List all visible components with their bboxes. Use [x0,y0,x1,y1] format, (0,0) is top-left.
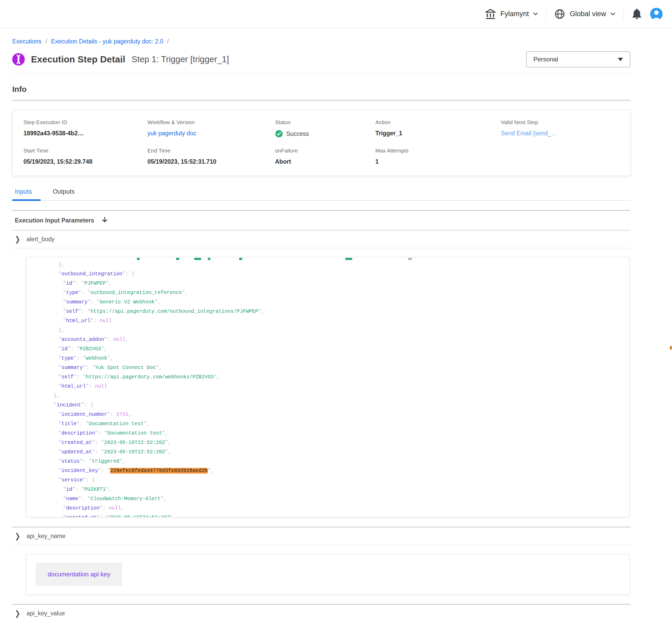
param-name: api_key_value [26,610,65,617]
info-field: Start Time05/19/2023, 15:52:29.748 [23,147,148,165]
tab-outputs[interactable]: Outputs [50,188,83,201]
page-title-row: Execution Step Detail Step 1: Trigger [t… [12,51,630,68]
field-value: Abort [275,158,375,165]
tab-bar: InputsOutputs [12,188,630,201]
info-field: Step Execution ID18992a43-9538-4b2… [23,119,148,138]
info-field: End Time05/19/2023, 15:52:31.710 [148,147,275,165]
code-line: "self": "https://api.pagerduty.com/outbo… [38,307,629,316]
field-label: onFailure [275,147,375,154]
code-line: "incident_key": "229efec8feda44778d3fe69… [38,466,629,476]
code-line: }, [38,325,629,335]
field-value: 05/19/2023, 15:52:29.748 [23,158,148,165]
main-content: Executions/Execution Details - yuk pager… [12,38,630,618]
breadcrumb-link[interactable]: Executions [12,38,42,45]
field-value: Success [275,130,375,138]
field-value: yuk pagerduty doc [148,130,275,137]
code-line: "created_at": "2023-05-19T22:52:20Z", [38,513,629,517]
org-label: Fylamynt [500,10,529,18]
user-avatar[interactable] [650,8,663,20]
field-value: 18992a43-9538-4b2… [23,130,148,137]
workflow-logo-icon [12,53,25,66]
chevron-right-icon: ❯ [15,609,20,618]
success-check-icon [275,130,283,138]
field-value: Trigger_1 [375,130,501,137]
code-line: "summary": "Yuk Spot Connect Doc", [38,363,629,372]
scope-select-value: Personal [533,56,558,63]
field-label: Step Execution ID [23,119,148,125]
code-line: "id": "PZB2VG3", [38,344,629,353]
code-line: "id": "PJFWPEP", [38,279,629,288]
field-value: Send Email [send_… [501,130,619,137]
code-line: "html_url": null [38,316,629,325]
code-line: "title": "Documentation test", [38,419,629,429]
param-name: alert_body [26,236,55,243]
api-key-name-chip[interactable]: documentation api key [36,562,122,586]
params-heading: Execution Input Parameters [15,217,94,224]
code-line: "outbound_integration": { [38,269,629,279]
info-card: Step Execution ID18992a43-9538-4b2…Workf… [12,110,630,176]
info-field: Max Attempts1 [375,147,501,165]
code-content: },"outbound_integration": {"id": "PJFWPE… [38,260,629,517]
globe-icon [554,8,566,20]
code-line: "service": { [38,476,629,485]
field-label: Start Time [23,147,148,154]
param-section-alert-body[interactable]: ❯ alert_body [12,230,630,248]
code-line: "html_url": null [38,382,629,391]
org-switcher[interactable]: Fylamynt [485,8,538,20]
info-field: StatusSuccess [275,119,375,138]
code-line: "description": null, [38,504,629,513]
code-line: }, [38,260,629,269]
top-bar: Fylamynt Global view [0,0,672,28]
code-line: "type": "outbound_integration_reference"… [38,288,629,297]
breadcrumb-separator: / [46,38,47,45]
code-line: "created_at": "2023-05-19T22:52:20Z", [38,438,629,447]
tab-inputs[interactable]: Inputs [12,188,40,201]
param-section-api-key-name[interactable]: ❯ api_key_name [12,527,630,545]
info-field: ActionTrigger_1 [375,119,501,138]
code-line: "id": "PUZKRT1", [38,485,629,494]
view-label: Global view [570,10,606,18]
field-value-link[interactable]: yuk pagerduty doc [148,130,196,137]
scrollbar-highlight-mark[interactable] [670,346,672,349]
field-label: Status [275,119,375,125]
chevron-right-icon: ❯ [15,235,20,243]
alert-body-json-viewer[interactable]: },"outbound_integration": {"id": "PJFWPE… [26,257,629,517]
field-value-link[interactable]: Send Email [send_… [501,130,557,137]
code-line: "incident_number": 2741, [38,410,629,419]
field-label: Workflow & Version [148,119,275,125]
breadcrumb-link[interactable]: Execution Details - yuk pagerduty doc: 2… [51,38,163,45]
field-value: 05/19/2023, 15:52:31.710 [148,158,275,165]
code-line: "updated_at": "2023-05-19T22:52:20Z", [38,447,629,457]
info-field: Workflow & Versionyuk pagerduty doc [148,119,275,138]
info-heading: Info [12,85,630,94]
code-line: "summary": "Generic V2 Webhook", [38,297,629,307]
field-label: Max Attempts [375,147,501,154]
caret-down-icon [618,58,623,61]
code-line: "type": "webhook", [38,353,629,363]
scope-select[interactable]: Personal [526,51,630,68]
field-label: End Time [148,147,275,154]
chevron-down-icon [610,12,615,16]
info-field: onFailureAbort [275,147,375,165]
breadcrumb-separator: / [167,38,169,45]
clipped-code-line [38,258,629,260]
field-value: 1 [375,158,501,165]
api-key-name-card: documentation api key [26,554,629,595]
code-line: "accounts_addon": null, [38,335,629,344]
view-switcher[interactable]: Global view [554,8,615,20]
page-subtitle: Step 1: Trigger [trigger_1] [132,55,229,64]
organization-icon [485,8,496,20]
download-icon[interactable] [101,217,108,224]
code-line: "incident": { [38,401,629,410]
param-section-api-key-value[interactable]: ❯ api_key_value [12,605,630,618]
chevron-down-icon [533,12,538,16]
status-text: Success [286,130,309,137]
divider [12,100,630,101]
divider [546,8,546,20]
code-line: "status": "triggered", [38,457,629,466]
code-line: "self": "https://api.pagerduty.com/webho… [38,372,629,382]
divider [623,8,623,20]
code-line: "description": "Documentation test", [38,429,629,438]
notifications-bell-icon[interactable] [632,8,642,20]
chevron-right-icon: ❯ [15,532,20,540]
